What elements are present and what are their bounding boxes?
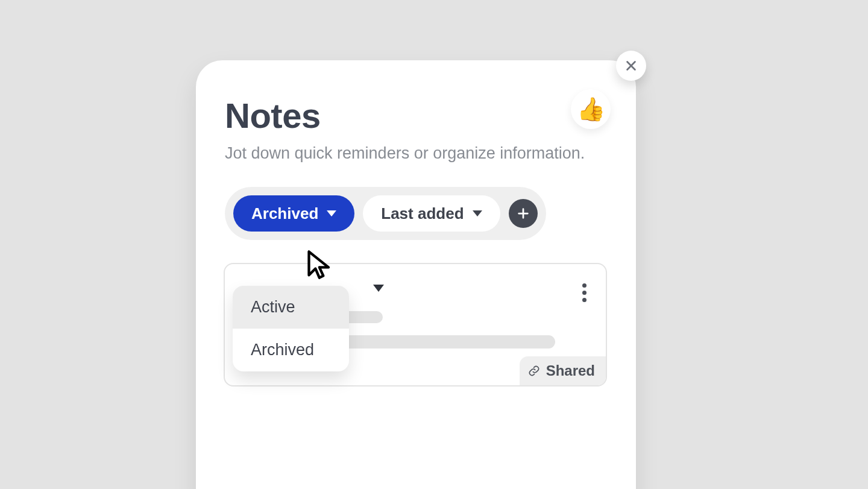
link-icon [528,365,540,377]
filter-option-archived[interactable]: Archived [233,329,349,371]
sort-pill[interactable]: Last added [363,195,500,232]
note-menu-button[interactable] [582,283,587,302]
page-subtitle: Jot down quick reminders or organize inf… [225,144,607,163]
sort-pill-label: Last added [381,204,464,223]
filter-toolbar: Archived Last added [225,187,546,240]
filter-pill-label: Archived [251,204,318,223]
thumbs-up-button[interactable]: 👍 [571,89,611,129]
close-button[interactable] [616,51,646,81]
dots-icon [582,283,587,288]
filter-pill[interactable]: Archived [233,195,354,232]
page-title: Notes [225,95,607,136]
dots-icon [582,291,587,295]
close-icon [624,59,638,72]
shared-badge: Shared [520,356,606,385]
chevron-down-icon [327,210,336,216]
chevron-down-icon [373,285,384,292]
plus-icon [517,207,530,220]
add-note-button[interactable] [509,199,538,228]
filter-option-active[interactable]: Active [233,286,349,329]
shared-badge-label: Shared [546,362,595,379]
thumbs-up-icon: 👍 [577,96,605,122]
filter-dropdown: Active Archived [233,286,349,371]
chevron-down-icon [473,210,482,216]
notes-panel: 👍 Notes Jot down quick reminders or orga… [196,60,636,489]
dots-icon [582,298,587,302]
